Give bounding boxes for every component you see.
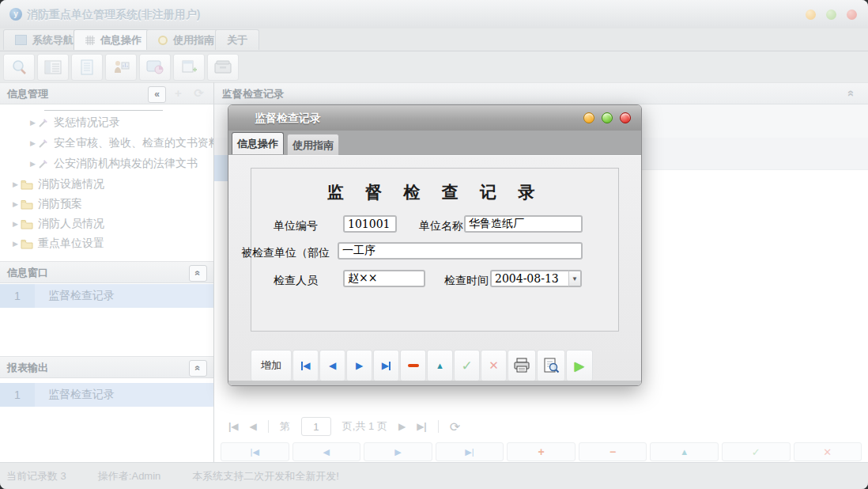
maximize-button[interactable] — [826, 9, 836, 20]
expander-icon[interactable]: ▶ — [30, 160, 38, 168]
chevron-up-icon: « — [191, 271, 206, 276]
unit-no-input[interactable] — [343, 215, 397, 233]
expander-icon[interactable]: ▶ — [30, 119, 38, 127]
nav-insert-button[interactable]: + — [507, 442, 576, 461]
dialog-maximize-button[interactable] — [602, 112, 613, 123]
main-panel-title: 监督检查记录 — [222, 88, 284, 100]
last-record-button[interactable]: ▶ — [373, 350, 399, 381]
unit-no-label: 单位编号 — [274, 219, 318, 233]
tree-item-fire-plan[interactable]: ▶ 消防预案 — [0, 194, 213, 214]
date-dropdown-button[interactable]: ▼ — [568, 270, 582, 287]
refresh-tree-button[interactable]: ⟳ — [191, 86, 207, 101]
monitor-chart-button[interactable] — [139, 54, 171, 81]
user-report-button[interactable] — [105, 54, 137, 81]
check-icon: ✓ — [752, 446, 760, 458]
nav-cancel-button[interactable]: ✕ — [794, 442, 862, 461]
monitor-pie-icon — [146, 59, 164, 75]
last-icon: ▶ — [382, 360, 391, 371]
refresh-icon[interactable]: ⟳ — [450, 419, 460, 434]
triangle-icon: ▲ — [680, 447, 689, 457]
nav-edit-button[interactable]: ▲ — [650, 442, 719, 461]
chevron-up-icon: « — [845, 90, 859, 97]
cross-icon: ✕ — [823, 446, 832, 458]
expander-icon[interactable]: ▶ — [30, 139, 38, 147]
tree-item-rewards[interactable]: ▶ 奖惩情况记录 — [0, 112, 213, 133]
dialog-titlebar[interactable]: 监督检查记录 — [228, 105, 641, 131]
post-record-button[interactable]: ✓ — [454, 350, 480, 381]
expander-icon[interactable]: ▶ — [13, 220, 21, 228]
nav-first-button[interactable]: |◀ — [221, 442, 289, 461]
next-page-button[interactable]: ▶ — [398, 421, 406, 432]
prev-page-button[interactable]: ◀ — [250, 421, 257, 432]
print-button[interactable] — [508, 350, 536, 381]
folder-icon — [21, 180, 33, 190]
minimize-button[interactable] — [806, 9, 816, 20]
document-button[interactable] — [71, 54, 103, 81]
expander-icon[interactable]: ▶ — [13, 240, 21, 248]
chevron-up-icon: « — [191, 366, 206, 371]
tree-item-safety-docs[interactable]: ▶ 安全审核、验收、检查的文书资料 — [0, 133, 213, 154]
dialog-tab-info-ops[interactable]: 信息操作 — [232, 132, 284, 154]
tree-item-facilities[interactable]: ▶ 消防设施情况 — [0, 174, 213, 195]
form-view-button[interactable] — [37, 54, 69, 81]
selected-grid-row-edge — [214, 155, 228, 181]
last-page-button[interactable]: ▶| — [417, 421, 427, 432]
status-message: 本系统支持二次开发和全新开发! — [192, 469, 339, 483]
expander-icon[interactable]: ▶ — [13, 180, 21, 188]
delete-record-button[interactable] — [400, 350, 426, 381]
dialog-toolbar: 增加 ◀ ◀ ▶ ▶ ▲ ✓ ✕ ▶ — [251, 350, 593, 381]
report-output-row[interactable]: 1 监督检查记录 — [0, 383, 213, 407]
collapse-left-button[interactable]: « — [148, 86, 166, 103]
close-button[interactable] — [847, 9, 857, 20]
tab-user-guide[interactable]: 使用指南 — [146, 29, 226, 50]
nav-delete-button[interactable]: − — [579, 442, 647, 461]
nav-next-button[interactable]: ▶ — [364, 442, 432, 461]
row-index: 1 — [0, 383, 35, 407]
dialog-close-button[interactable] — [620, 112, 631, 123]
first-page-button[interactable]: |◀ — [228, 421, 239, 432]
last-icon: ▶| — [465, 447, 474, 457]
collapse-panel-button[interactable]: « — [843, 86, 860, 101]
first-record-button[interactable]: ◀ — [292, 350, 319, 381]
add-record-button[interactable]: 增加 — [251, 350, 292, 381]
unit-name-input[interactable] — [464, 215, 583, 233]
coin-icon — [158, 36, 168, 45]
tab-about[interactable]: 关于 — [215, 29, 259, 50]
divider — [268, 420, 269, 433]
tree-item-key-units[interactable]: ▶ 重点单位设置 — [0, 233, 213, 254]
nav-post-button[interactable]: ✓ — [722, 442, 791, 461]
form-groupbox: 监 督 检 查 记 录 单位编号 单位名称 被检查单位（部位 检查人员 检查时间… — [251, 168, 619, 332]
tool-icon — [38, 138, 49, 149]
tree-item-personnel[interactable]: ▶ 消防人员情况 — [0, 214, 213, 234]
dialog-tab-guide[interactable]: 使用指南 — [287, 134, 339, 156]
page-number-input[interactable] — [301, 417, 331, 436]
window-add-button[interactable] — [173, 54, 205, 81]
tool-icon — [38, 158, 49, 169]
main-panel-header: 监督检查记录 « — [214, 82, 868, 104]
edit-record-button[interactable]: ▲ — [427, 350, 453, 381]
next-record-button[interactable]: ▶ — [346, 350, 372, 381]
main-toolbar — [0, 51, 868, 82]
archive-button[interactable] — [207, 54, 239, 81]
inspector-input[interactable] — [343, 270, 425, 287]
collapse-info-window-button[interactable]: « — [189, 265, 207, 282]
nav-prev-button[interactable]: ◀ — [292, 442, 361, 461]
user-report-icon — [112, 59, 130, 75]
info-window-row[interactable]: 1 监督检查记录 — [0, 284, 213, 308]
window-title: 消防重点单位管理系统(非注册用户) — [27, 0, 200, 28]
search-button[interactable] — [3, 54, 35, 81]
expander-icon[interactable]: ▶ — [13, 200, 21, 208]
execute-button[interactable]: ▶ — [566, 350, 593, 381]
tab-info-ops[interactable]: 信息操作 — [74, 29, 153, 50]
inspected-unit-input[interactable] — [338, 242, 583, 260]
collapse-report-button[interactable]: « — [189, 360, 207, 377]
nav-last-button[interactable]: ▶| — [436, 442, 504, 461]
report-output-header: 报表输出 « — [0, 356, 213, 378]
inspect-time-input[interactable] — [490, 270, 569, 287]
prev-record-button[interactable]: ◀ — [319, 350, 345, 381]
tree-item-legal-docs[interactable]: ▶ 公安消防机构填发的法律文书 — [0, 154, 213, 174]
cancel-record-button[interactable]: ✕ — [481, 350, 507, 381]
add-node-button[interactable]: + — [170, 86, 187, 101]
dialog-minimize-button[interactable] — [583, 112, 594, 123]
print-preview-button[interactable] — [537, 350, 565, 381]
